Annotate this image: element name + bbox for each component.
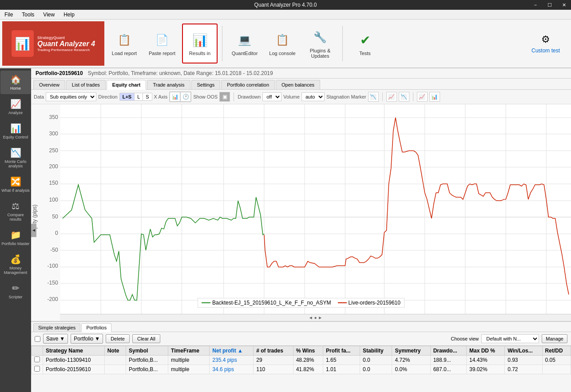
menu-help[interactable]: Help — [59, 10, 79, 19]
sidebar-item-monte-carlo[interactable]: 📉 Monte Carlo analysis — [0, 144, 31, 172]
x-axis-label: X Axis — [154, 94, 168, 99]
col-max-dd[interactable]: Max DD % — [466, 346, 504, 356]
portfolio-label: Portfolio — [74, 336, 93, 342]
table-row[interactable]: Portfolio-11309410 Portfolio,B... multip… — [32, 356, 571, 365]
bottom-panel: Simple strategies Portfolios Save ▼ Port… — [31, 321, 571, 392]
tab-portfolios[interactable]: Portfolios — [81, 323, 111, 332]
show-oos-btn[interactable]: ▣ — [219, 92, 230, 102]
sidebar-item-compare[interactable]: ⚖ Compare results — [0, 197, 31, 225]
minimize-btn[interactable]: − — [528, 0, 543, 10]
tab-portfolio-correlation[interactable]: Portfolio correlation — [221, 80, 275, 89]
save-btn[interactable]: Save ▼ — [43, 334, 68, 344]
col-symmetry[interactable]: Symmetry — [392, 346, 430, 356]
direction-s-btn[interactable]: S — [143, 93, 151, 100]
maximize-btn[interactable]: ☐ — [543, 0, 557, 10]
legend-backtest-label: Backtest-EJ_15_20159610_L_Ke_F_F_no_ASYM — [212, 300, 331, 306]
sidebar-item-money[interactable]: 💰 Money Management — [0, 250, 31, 278]
col-drawdown[interactable]: Drawdo... — [430, 346, 466, 356]
col-stability[interactable]: Stability — [360, 346, 392, 356]
col-ret-dd[interactable]: Ret/DD — [542, 346, 571, 356]
bottom-table: Strategy Name Note Symbol TimeFrame Net … — [31, 346, 571, 392]
menu-view[interactable]: View — [39, 10, 59, 19]
portfolio-btn[interactable]: Portfolio ▼ — [71, 334, 103, 344]
bottom-tabs: Simple strategies Portfolios — [31, 322, 571, 332]
col-net-profit[interactable]: Net profit ▲ — [210, 346, 254, 356]
sidebar-item-portfolio[interactable]: 📁 Portfolio Master — [0, 226, 31, 249]
row2-max-dd: 39.02% — [466, 365, 504, 374]
close-btn[interactable]: ✕ — [557, 0, 571, 10]
custom-test-label[interactable]: Custom test — [531, 48, 560, 54]
legend-backtest-line — [202, 302, 210, 303]
delete-btn[interactable]: Delete — [106, 334, 130, 343]
toolbar: 📊 StrategyQuant Quant Analyzer 4 Trading… — [0, 20, 571, 68]
log-console-btn[interactable]: 📋 Log console — [265, 24, 300, 63]
col-profit-fa[interactable]: Profit fa... — [323, 346, 360, 356]
chart-type-btn-3[interactable]: 📈 — [417, 92, 428, 102]
volume-select[interactable]: auto — [301, 92, 325, 101]
what-if-icon: 🔀 — [10, 176, 21, 187]
manage-btn[interactable]: Manage — [542, 334, 567, 343]
sidebar-collapse-btn[interactable]: ◀ — [31, 224, 36, 237]
chart-type-btn-2[interactable]: 📉 — [399, 92, 409, 102]
logo-brand: StrategyQuant — [37, 36, 95, 40]
col-trades[interactable]: # of trades — [254, 346, 293, 356]
toolbar-sep2 — [382, 92, 383, 101]
row2-check[interactable] — [32, 365, 43, 374]
quant-editor-label: QuantEditor — [232, 51, 258, 56]
direction-btn-group: L+S L S — [119, 93, 152, 101]
col-symbol[interactable]: Symbol — [126, 346, 168, 356]
tab-simple-strategies[interactable]: Simple strategies — [33, 323, 80, 332]
row2-profit-fa: 1.01 — [323, 365, 360, 374]
sidebar-item-home[interactable]: 🏠 Home — [0, 71, 31, 94]
stagnation-icon-btn[interactable]: 📉 — [368, 92, 379, 102]
sidebar-portfolio-label: Portfolio Master — [1, 242, 29, 246]
menu-file[interactable]: File — [0, 10, 17, 19]
paste-report-btn[interactable]: 📄 Paste report — [144, 24, 180, 63]
chart-type-btn-1[interactable]: 📈 — [386, 92, 397, 102]
direction-l-btn[interactable]: L — [135, 93, 143, 100]
select-all-checkbox[interactable] — [35, 336, 40, 342]
sidebar-item-what-if[interactable]: 🔀 What If analysis — [0, 173, 31, 196]
tests-btn[interactable]: ✔ Tests — [347, 24, 383, 63]
table-row[interactable]: Portfolio-20159610 Portfolio,B... multip… — [32, 365, 571, 374]
tab-list-of-trades[interactable]: List of trades — [66, 80, 106, 89]
col-timeframe[interactable]: TimeFrame — [168, 346, 210, 356]
tab-equity-chart[interactable]: Equity chart — [107, 80, 147, 90]
scroll-arrows: ◄ ● ► — [309, 315, 322, 320]
sidebar-analyze-label: Analyze — [8, 111, 23, 115]
row1-net-profit: 235.4 pips — [210, 356, 254, 365]
svg-text:200: 200 — [49, 164, 59, 170]
sidebar-item-equity-control[interactable]: 📊 Equity Control — [0, 119, 31, 143]
menu-tools[interactable]: Tools — [17, 10, 39, 19]
drawdown-select[interactable]: off — [262, 92, 282, 101]
view-select[interactable]: Default with N... — [481, 334, 539, 343]
paste-report-label: Paste report — [149, 51, 175, 56]
data-select[interactable]: Sub equities only — [46, 92, 96, 101]
row1-timeframe: multiple — [168, 356, 210, 365]
load-report-btn[interactable]: 📋 Load report — [107, 24, 142, 63]
tab-settings[interactable]: Settings — [191, 80, 221, 89]
tab-trade-analysis[interactable]: Trade analysis — [147, 80, 190, 89]
col-wins[interactable]: % Wins — [293, 346, 323, 356]
sidebar-item-scripter[interactable]: ✏ Scripter — [0, 279, 31, 303]
clear-all-btn[interactable]: Clear All — [132, 334, 160, 343]
tab-overview[interactable]: Overview — [33, 80, 65, 89]
sidebar-item-analyze[interactable]: 📈 Analyze — [0, 95, 31, 119]
svg-text:350: 350 — [49, 114, 59, 120]
quant-editor-btn[interactable]: 💻 QuantEditor — [227, 24, 262, 63]
col-win-los[interactable]: Win/Los... — [505, 346, 542, 356]
results-in-btn[interactable]: 📊 Results in — [182, 24, 218, 63]
x-axis-time-btn[interactable]: 🕐 — [180, 92, 191, 102]
row1-check[interactable] — [32, 356, 43, 365]
plugins-updates-btn[interactable]: 🔧 Plugins & Updates — [302, 24, 338, 63]
chart-scrollbar[interactable]: ◄ ● ► — [60, 314, 571, 321]
direction-ls-btn[interactable]: L+S — [120, 93, 135, 100]
tab-open-balances[interactable]: Open balances — [276, 80, 320, 89]
row2-wins: 41.82% — [293, 365, 323, 374]
chart-type-btn-4[interactable]: 📊 — [429, 92, 440, 102]
x-axis-trades-btn[interactable]: 📊 — [170, 92, 180, 102]
col-note[interactable]: Note — [104, 346, 126, 356]
volume-label: Volume — [283, 94, 300, 99]
svg-rect-0 — [31, 104, 571, 321]
col-strategy-name[interactable]: Strategy Name — [43, 346, 105, 356]
